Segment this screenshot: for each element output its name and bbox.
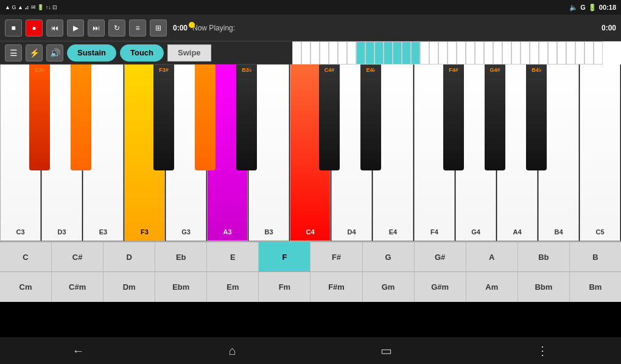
arp-button[interactable]: ⚡: [26, 44, 43, 61]
chord-major-g#[interactable]: G#: [415, 242, 466, 271]
mini-white-key[interactable]: [502, 41, 511, 65]
rewind-button[interactable]: ⏮: [46, 19, 63, 37]
mini-white-key[interactable]: [466, 41, 475, 65]
chord-major-b[interactable]: B: [570, 242, 621, 271]
mini-white-key[interactable]: [329, 41, 338, 65]
mini-white-key[interactable]: [557, 41, 566, 65]
home-button[interactable]: ⌂: [217, 339, 248, 363]
piano-area: C3D3E3F3G3A3B3C4D4E4F4G4A4B4C5 C3♭E3♭F3#…: [0, 65, 621, 241]
black-key-1[interactable]: E3♭: [71, 65, 91, 170]
mini-white-key[interactable]: [301, 41, 310, 65]
mini-white-key[interactable]: [566, 41, 575, 65]
chord-minor-cm[interactable]: Cm: [0, 272, 52, 302]
chord-major-e[interactable]: E: [207, 242, 259, 271]
chord-minor-row: CmC#mDmEbmEmFmF#mGmG#mAmBbmBm: [0, 271, 621, 302]
black-key-4[interactable]: B3♭: [236, 65, 257, 170]
mini-white-key[interactable]: [493, 41, 502, 65]
volume-button[interactable]: 🔊: [46, 44, 63, 61]
mini-white-key[interactable]: [457, 41, 466, 65]
more-button[interactable]: ⋮: [524, 338, 561, 363]
white-key-c5[interactable]: C5: [580, 65, 620, 241]
chord-minor-dm[interactable]: Dm: [103, 272, 155, 302]
mini-white-key[interactable]: [310, 41, 320, 65]
chord-major-bb[interactable]: Bb: [518, 242, 570, 271]
mini-white-key[interactable]: [365, 41, 374, 65]
mini-white-key[interactable]: [584, 41, 594, 65]
time-end: 0:00: [602, 24, 616, 32]
black-key-3[interactable]: G3♭: [195, 65, 216, 170]
mini-white-key[interactable]: [384, 41, 393, 65]
mini-white-key[interactable]: [292, 41, 301, 65]
black-key-5[interactable]: C4#: [319, 65, 340, 170]
mini-white-key[interactable]: [484, 41, 493, 65]
mini-white-key[interactable]: [539, 41, 548, 65]
chord-minor-ebm[interactable]: Ebm: [155, 272, 207, 302]
clock: 00:18: [599, 4, 616, 11]
mini-white-key[interactable]: [475, 41, 484, 65]
now-playing-section: 0:00 Now Playing:: [173, 24, 598, 32]
chord-major-d[interactable]: D: [103, 242, 155, 271]
mini-white-key[interactable]: [548, 41, 557, 65]
black-key-6[interactable]: E4♭: [360, 65, 381, 170]
black-key-2[interactable]: F3#: [153, 65, 174, 170]
mini-piano-keys: [292, 41, 621, 65]
mini-white-key[interactable]: [575, 41, 584, 65]
mini-white-key[interactable]: [420, 41, 429, 65]
skip-button[interactable]: ⏭: [88, 19, 105, 37]
menu-button[interactable]: ☰: [5, 44, 22, 61]
black-key-8[interactable]: G4#: [485, 65, 505, 170]
recent-button[interactable]: ▭: [368, 338, 404, 363]
black-key-0[interactable]: C3♭: [29, 65, 50, 170]
play-button[interactable]: ▶: [67, 19, 84, 37]
mini-white-key[interactable]: [356, 41, 365, 65]
time-start: 0:00: [173, 24, 188, 32]
mini-white-keys: [292, 41, 603, 65]
mini-white-key[interactable]: [447, 41, 457, 65]
mini-white-key[interactable]: [594, 41, 603, 65]
mini-white-key[interactable]: [438, 41, 447, 65]
status-right: 🔈 G 🔋 00:18: [569, 4, 616, 12]
mini-white-key[interactable]: [511, 41, 521, 65]
tab-swipe[interactable]: Swipe: [167, 44, 211, 61]
now-playing-label: Now Playing:: [192, 24, 235, 32]
mini-white-key[interactable]: [320, 41, 329, 65]
back-button[interactable]: ←: [60, 339, 97, 363]
toolbar: ■ ● ⏮ ▶ ⏭ ↻ ≡ ⊞ 0:00 Now Playing: 0:00: [0, 15, 621, 41]
settings-button[interactable]: ⊞: [150, 19, 167, 37]
chord-minor-em[interactable]: Em: [207, 272, 259, 302]
mini-white-key[interactable]: [521, 41, 530, 65]
volume-icon: 🔈: [569, 4, 578, 12]
chord-minor-g#m[interactable]: G#m: [415, 272, 466, 302]
chord-major-c[interactable]: C: [0, 242, 52, 271]
chord-minor-fm[interactable]: Fm: [259, 272, 310, 302]
loop-button[interactable]: ↻: [108, 19, 125, 37]
mini-white-key[interactable]: [530, 41, 539, 65]
mini-white-key[interactable]: [429, 41, 438, 65]
mini-white-key[interactable]: [393, 41, 402, 65]
chord-minor-f#m[interactable]: F#m: [310, 272, 362, 302]
black-key-7[interactable]: F4#: [443, 65, 464, 170]
stop-button[interactable]: ■: [5, 19, 22, 37]
mini-white-key[interactable]: [338, 41, 347, 65]
chord-major-f[interactable]: F: [259, 242, 310, 271]
mini-white-key[interactable]: [347, 41, 356, 65]
metronome-button[interactable]: ≡: [129, 19, 146, 37]
black-key-9[interactable]: B4♭: [526, 65, 547, 170]
chord-major-c#[interactable]: C#: [52, 242, 103, 271]
chord-major-a[interactable]: A: [466, 242, 518, 271]
chord-major-eb[interactable]: Eb: [155, 242, 207, 271]
chord-minor-c#m[interactable]: C#m: [52, 272, 103, 302]
chord-minor-am[interactable]: Am: [466, 272, 518, 302]
chord-major-f#[interactable]: F#: [310, 242, 362, 271]
chord-minor-bbm[interactable]: Bbm: [518, 272, 570, 302]
record-button[interactable]: ●: [26, 19, 43, 37]
mini-white-key[interactable]: [411, 41, 420, 65]
signal-icon: ▲ G ▲ ⊿ ✉ 🔋 ↑↓ ⊡: [5, 4, 57, 10]
chord-major-g[interactable]: G: [363, 242, 415, 271]
mini-white-key[interactable]: [374, 41, 384, 65]
chord-minor-bm[interactable]: Bm: [570, 272, 621, 302]
tab-sustain[interactable]: Sustain: [67, 44, 116, 61]
tab-touch[interactable]: Touch: [120, 44, 164, 61]
chord-minor-gm[interactable]: Gm: [363, 272, 415, 302]
mini-white-key[interactable]: [402, 41, 411, 65]
